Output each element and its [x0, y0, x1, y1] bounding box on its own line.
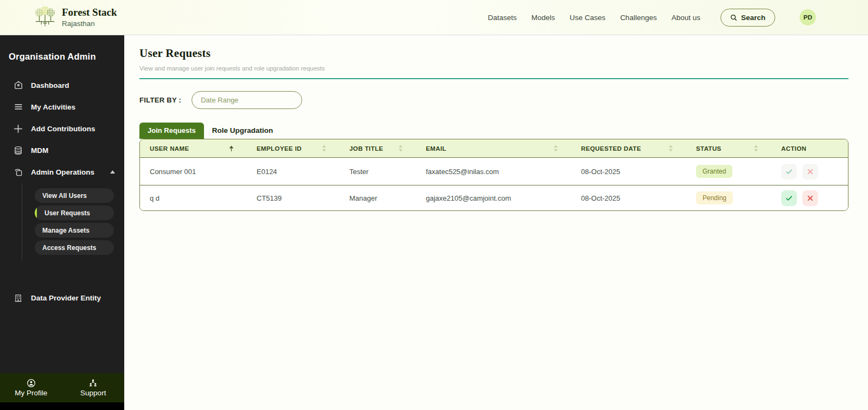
plus-icon — [13, 124, 23, 134]
sort-icon[interactable] — [754, 145, 758, 152]
sort-icon[interactable] — [553, 145, 558, 152]
layers-copy-icon — [13, 167, 23, 177]
cell-user-name: Consumer 001 — [140, 168, 247, 176]
building-icon — [13, 293, 23, 303]
cell-status: Granted — [686, 165, 771, 178]
sidebar-menu: Dashboard My Activities Add Contribution… — [0, 74, 124, 309]
check-icon — [785, 194, 793, 202]
cell-job-title: Tester — [340, 168, 416, 176]
cell-job-title: Manager — [340, 194, 416, 202]
sidebar-footer: My Profile Support — [0, 373, 124, 402]
x-icon — [807, 195, 814, 202]
tab-join-requests[interactable]: Join Requests — [139, 123, 204, 139]
join-requests-table: USER NAME EMPLOYEE ID JOB TITLE — [139, 139, 848, 211]
chevron-up-icon[interactable] — [110, 170, 116, 174]
filter-by-label: FILTER BY : — [139, 96, 181, 104]
user-avatar[interactable]: PD — [800, 9, 816, 25]
page-subtitle: View and manage user join requests and r… — [139, 65, 848, 72]
approve-button[interactable] — [781, 164, 797, 180]
table-row: Consumer 001 E0124 Tester faxatec525@ini… — [140, 157, 848, 185]
support-people-icon — [88, 379, 98, 388]
nav-datasets[interactable]: Datasets — [488, 14, 516, 22]
app-window: Forest Stack Rajasthan Datasets Models U… — [0, 0, 868, 410]
admin-operations-submenu: View All Users User Requests Manage Asse… — [22, 184, 124, 261]
tab-role-upgradation[interactable]: Role Upgradation — [204, 123, 282, 139]
database-icon — [13, 145, 23, 156]
column-header-email[interactable]: EMAIL — [416, 145, 571, 152]
cell-email: faxatec525@inilas.com — [416, 168, 571, 176]
sidebar-subitem-access-requests[interactable]: Access Requests — [35, 240, 114, 255]
nav-about-us[interactable]: About us — [672, 14, 700, 22]
table-header-row: USER NAME EMPLOYEE ID JOB TITLE — [140, 139, 848, 157]
filter-row: FILTER BY : — [139, 91, 848, 109]
cell-user-name: q d — [140, 194, 247, 202]
approve-button[interactable] — [781, 190, 797, 206]
support-button[interactable]: Support — [62, 379, 125, 397]
sort-icon[interactable] — [668, 145, 673, 152]
sort-asc-icon[interactable] — [229, 145, 234, 152]
cell-requested-date: 08-Oct-2025 — [571, 194, 686, 202]
cell-employee-id: E0124 — [247, 168, 340, 176]
cell-status: Pending — [686, 191, 771, 204]
my-profile-button[interactable]: My Profile — [0, 379, 62, 397]
reject-button[interactable] — [802, 190, 818, 206]
sidebar-item-data-provider-entity[interactable]: Data Provider Entity — [0, 287, 124, 309]
search-button[interactable]: Search — [720, 9, 775, 27]
column-header-action: ACTION — [771, 145, 848, 152]
request-tabs: Join Requests Role Upgradation — [139, 123, 848, 139]
cell-requested-date: 08-Oct-2025 — [571, 168, 686, 176]
brand[interactable]: Forest Stack Rajasthan — [34, 5, 117, 30]
column-header-user-name[interactable]: USER NAME — [140, 145, 247, 152]
cell-employee-id: CT5139 — [247, 194, 340, 202]
table-row: q d CT5139 Manager gajaxe2105@camjoint.c… — [140, 185, 848, 210]
sidebar-subitem-view-all-users[interactable]: View All Users — [35, 188, 114, 203]
column-header-status[interactable]: STATUS — [686, 145, 771, 152]
reject-button[interactable] — [802, 164, 818, 180]
title-divider — [139, 78, 848, 79]
profile-icon — [27, 379, 36, 388]
sort-icon[interactable] — [322, 145, 327, 152]
sidebar-subitem-user-requests[interactable]: User Requests — [35, 206, 114, 220]
brand-title: Forest Stack — [62, 7, 117, 18]
nav-models[interactable]: Models — [532, 14, 556, 22]
cell-actions — [771, 164, 848, 180]
top-header: Forest Stack Rajasthan Datasets Models U… — [0, 0, 868, 35]
x-icon — [807, 168, 814, 175]
active-indicator — [35, 207, 37, 219]
forest-stack-logo — [34, 5, 56, 30]
column-header-requested-date[interactable]: REQUESTED DATE — [571, 145, 686, 152]
status-badge: Pending — [696, 191, 733, 204]
search-icon — [730, 14, 737, 21]
page-title: User Requests — [139, 47, 848, 60]
sidebar-item-add-contributions[interactable]: Add Contributions — [0, 118, 124, 139]
top-navigation: Datasets Models Use Cases Challenges Abo… — [488, 9, 816, 27]
status-badge: Granted — [696, 165, 732, 178]
brand-subtitle: Rajasthan — [62, 20, 117, 28]
sidebar: Organisation Admin Dashboard My Activ — [0, 35, 124, 410]
sidebar-item-dashboard[interactable]: Dashboard — [0, 74, 124, 96]
cell-actions — [771, 190, 848, 206]
check-icon — [785, 168, 793, 176]
nav-use-cases[interactable]: Use Cases — [570, 14, 605, 22]
cell-email: gajaxe2105@camjoint.com — [416, 194, 571, 202]
list-icon — [13, 102, 23, 112]
column-header-employee-id[interactable]: EMPLOYEE ID — [247, 145, 340, 152]
sidebar-item-mdm[interactable]: MDM — [0, 139, 124, 161]
column-header-job-title[interactable]: JOB TITLE — [340, 145, 416, 152]
sidebar-title: Organisation Admin — [0, 35, 124, 62]
sidebar-bottom-strip — [0, 402, 124, 410]
sidebar-item-admin-operations[interactable]: Admin Operations — [0, 161, 124, 183]
sort-icon[interactable] — [398, 145, 403, 152]
sidebar-item-my-activities[interactable]: My Activities — [0, 96, 124, 118]
home-icon — [13, 80, 23, 91]
nav-challenges[interactable]: Challenges — [620, 14, 657, 22]
sidebar-subitem-manage-assets[interactable]: Manage Assets — [35, 223, 114, 238]
date-range-input[interactable] — [192, 91, 302, 109]
main-content: User Requests View and manage user join … — [124, 35, 868, 410]
